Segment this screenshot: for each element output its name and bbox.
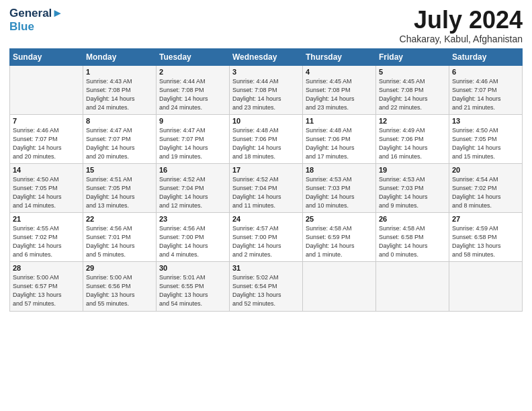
weekday-header-saturday: Saturday — [449, 48, 523, 65]
weekday-header-monday: Monday — [83, 48, 157, 65]
day-number: 25 — [306, 215, 373, 223]
day-cell — [449, 262, 523, 311]
day-cell: 18Sunrise: 4:53 AM Sunset: 7:03 PM Dayli… — [303, 163, 376, 212]
day-info: Sunrise: 4:45 AM Sunset: 7:08 PM Dayligh… — [379, 77, 446, 112]
day-cell: 30Sunrise: 5:01 AM Sunset: 6:55 PM Dayli… — [157, 262, 230, 311]
day-number: 13 — [452, 117, 519, 125]
day-info: Sunrise: 4:54 AM Sunset: 7:02 PM Dayligh… — [452, 175, 519, 210]
weekday-header-thursday: Thursday — [303, 48, 376, 65]
weekday-header-row: SundayMondayTuesdayWednesdayThursdayFrid… — [10, 48, 523, 65]
day-cell: 15Sunrise: 4:51 AM Sunset: 7:05 PM Dayli… — [83, 163, 157, 212]
day-info: Sunrise: 4:53 AM Sunset: 7:03 PM Dayligh… — [379, 175, 446, 210]
day-cell: 14Sunrise: 4:50 AM Sunset: 7:05 PM Dayli… — [10, 163, 83, 212]
day-info: Sunrise: 5:02 AM Sunset: 6:54 PM Dayligh… — [232, 273, 300, 308]
month-year: July 2024 — [400, 7, 523, 34]
day-info: Sunrise: 4:45 AM Sunset: 7:08 PM Dayligh… — [306, 77, 373, 112]
day-cell: 17Sunrise: 4:52 AM Sunset: 7:04 PM Dayli… — [230, 163, 303, 212]
day-number: 17 — [232, 166, 300, 174]
day-info: Sunrise: 4:52 AM Sunset: 7:04 PM Dayligh… — [232, 175, 300, 210]
day-cell — [303, 262, 376, 311]
header: General► Blue July 2024 Chakaray, Kabul,… — [9, 7, 523, 44]
day-info: Sunrise: 4:48 AM Sunset: 7:06 PM Dayligh… — [232, 126, 300, 161]
day-info: Sunrise: 4:43 AM Sunset: 7:08 PM Dayligh… — [86, 77, 153, 112]
day-number: 2 — [159, 68, 226, 76]
day-number: 27 — [452, 215, 519, 223]
day-info: Sunrise: 4:50 AM Sunset: 7:05 PM Dayligh… — [13, 175, 80, 210]
day-info: Sunrise: 4:52 AM Sunset: 7:04 PM Dayligh… — [159, 175, 226, 210]
day-cell — [10, 65, 83, 114]
day-cell: 26Sunrise: 4:58 AM Sunset: 6:58 PM Dayli… — [376, 213, 449, 262]
day-cell: 3Sunrise: 4:44 AM Sunset: 7:08 PM Daylig… — [230, 65, 303, 114]
day-cell: 10Sunrise: 4:48 AM Sunset: 7:06 PM Dayli… — [230, 114, 303, 163]
logo-blue: Blue — [9, 20, 63, 34]
day-info: Sunrise: 4:59 AM Sunset: 6:58 PM Dayligh… — [452, 224, 519, 259]
day-info: Sunrise: 4:53 AM Sunset: 7:03 PM Dayligh… — [306, 175, 373, 210]
logo-general: General► — [9, 7, 63, 20]
day-info: Sunrise: 4:46 AM Sunset: 7:07 PM Dayligh… — [13, 126, 80, 161]
day-info: Sunrise: 5:01 AM Sunset: 6:55 PM Dayligh… — [159, 273, 226, 308]
day-number: 1 — [86, 68, 153, 76]
day-info: Sunrise: 4:56 AM Sunset: 7:00 PM Dayligh… — [159, 224, 226, 259]
day-cell: 4Sunrise: 4:45 AM Sunset: 7:08 PM Daylig… — [303, 65, 376, 114]
day-cell: 12Sunrise: 4:49 AM Sunset: 7:06 PM Dayli… — [376, 114, 449, 163]
title-block: July 2024 Chakaray, Kabul, Afghanistan — [400, 7, 523, 44]
day-info: Sunrise: 4:50 AM Sunset: 7:05 PM Dayligh… — [452, 126, 519, 161]
day-cell: 1Sunrise: 4:43 AM Sunset: 7:08 PM Daylig… — [83, 65, 157, 114]
day-info: Sunrise: 4:48 AM Sunset: 7:06 PM Dayligh… — [306, 126, 373, 161]
day-info: Sunrise: 4:58 AM Sunset: 6:58 PM Dayligh… — [379, 224, 446, 259]
day-cell: 21Sunrise: 4:55 AM Sunset: 7:02 PM Dayli… — [10, 213, 83, 262]
day-cell: 22Sunrise: 4:56 AM Sunset: 7:01 PM Dayli… — [83, 213, 157, 262]
day-number: 31 — [232, 264, 300, 272]
day-number: 23 — [159, 215, 226, 223]
day-cell: 29Sunrise: 5:00 AM Sunset: 6:56 PM Dayli… — [83, 262, 157, 311]
day-cell: 7Sunrise: 4:46 AM Sunset: 7:07 PM Daylig… — [10, 114, 83, 163]
day-number: 26 — [379, 215, 446, 223]
day-info: Sunrise: 4:57 AM Sunset: 7:00 PM Dayligh… — [232, 224, 300, 259]
day-cell: 9Sunrise: 4:47 AM Sunset: 7:07 PM Daylig… — [157, 114, 230, 163]
page: General► Blue July 2024 Chakaray, Kabul,… — [0, 0, 532, 411]
day-cell: 20Sunrise: 4:54 AM Sunset: 7:02 PM Dayli… — [449, 163, 523, 212]
week-row-2: 14Sunrise: 4:50 AM Sunset: 7:05 PM Dayli… — [10, 163, 523, 212]
day-number: 11 — [306, 117, 373, 125]
day-number: 4 — [306, 68, 373, 76]
day-number: 12 — [379, 117, 446, 125]
day-number: 5 — [379, 68, 446, 76]
day-number: 16 — [159, 166, 226, 174]
day-number: 30 — [159, 264, 226, 272]
day-number: 14 — [13, 166, 80, 174]
calendar: SundayMondayTuesdayWednesdayThursdayFrid… — [9, 48, 523, 312]
day-number: 19 — [379, 166, 446, 174]
day-cell: 13Sunrise: 4:50 AM Sunset: 7:05 PM Dayli… — [449, 114, 523, 163]
day-number: 18 — [306, 166, 373, 174]
day-number: 6 — [452, 68, 519, 76]
day-info: Sunrise: 4:49 AM Sunset: 7:06 PM Dayligh… — [379, 126, 446, 161]
day-cell: 5Sunrise: 4:45 AM Sunset: 7:08 PM Daylig… — [376, 65, 449, 114]
weekday-header-friday: Friday — [376, 48, 449, 65]
day-info: Sunrise: 4:44 AM Sunset: 7:08 PM Dayligh… — [159, 77, 226, 112]
day-number: 9 — [159, 117, 226, 125]
day-number: 3 — [232, 68, 300, 76]
day-info: Sunrise: 5:00 AM Sunset: 6:56 PM Dayligh… — [86, 273, 153, 308]
day-number: 29 — [86, 264, 153, 272]
day-info: Sunrise: 4:55 AM Sunset: 7:02 PM Dayligh… — [13, 224, 80, 259]
week-row-0: 1Sunrise: 4:43 AM Sunset: 7:08 PM Daylig… — [10, 65, 523, 114]
day-cell: 11Sunrise: 4:48 AM Sunset: 7:06 PM Dayli… — [303, 114, 376, 163]
day-cell: 8Sunrise: 4:47 AM Sunset: 7:07 PM Daylig… — [83, 114, 157, 163]
day-cell: 25Sunrise: 4:58 AM Sunset: 6:59 PM Dayli… — [303, 213, 376, 262]
day-cell: 16Sunrise: 4:52 AM Sunset: 7:04 PM Dayli… — [157, 163, 230, 212]
day-number: 24 — [232, 215, 300, 223]
day-cell: 27Sunrise: 4:59 AM Sunset: 6:58 PM Dayli… — [449, 213, 523, 262]
day-number: 10 — [232, 117, 300, 125]
day-cell: 28Sunrise: 5:00 AM Sunset: 6:57 PM Dayli… — [10, 262, 83, 311]
day-number: 20 — [452, 166, 519, 174]
day-number: 7 — [13, 117, 80, 125]
day-cell: 31Sunrise: 5:02 AM Sunset: 6:54 PM Dayli… — [230, 262, 303, 311]
day-info: Sunrise: 4:44 AM Sunset: 7:08 PM Dayligh… — [232, 77, 300, 112]
day-cell: 24Sunrise: 4:57 AM Sunset: 7:00 PM Dayli… — [230, 213, 303, 262]
day-info: Sunrise: 4:47 AM Sunset: 7:07 PM Dayligh… — [159, 126, 226, 161]
day-number: 15 — [86, 166, 153, 174]
weekday-header-tuesday: Tuesday — [157, 48, 230, 65]
day-info: Sunrise: 4:46 AM Sunset: 7:07 PM Dayligh… — [452, 77, 519, 112]
day-info: Sunrise: 4:51 AM Sunset: 7:05 PM Dayligh… — [86, 175, 153, 210]
location: Chakaray, Kabul, Afghanistan — [400, 34, 523, 44]
